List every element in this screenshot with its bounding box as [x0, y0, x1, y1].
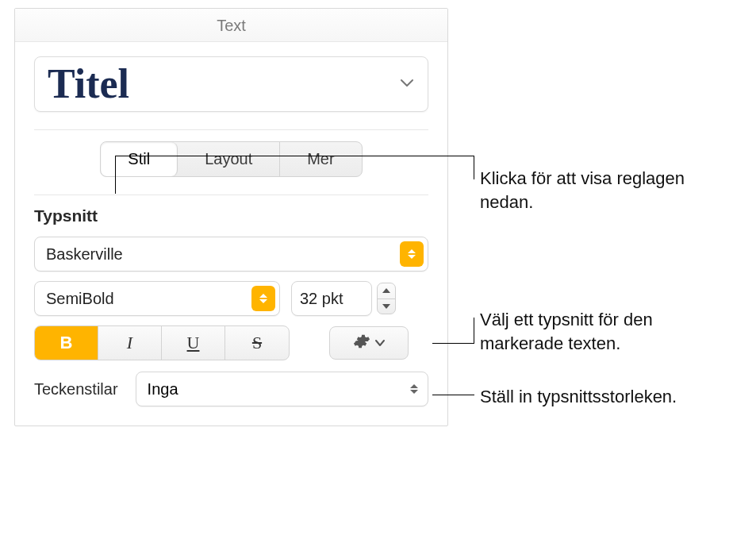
- paragraph-style-dropdown[interactable]: Titel: [34, 56, 428, 112]
- text-style-group: B I U S: [34, 325, 290, 360]
- divider: [34, 194, 428, 195]
- paragraph-style-name: Titel: [48, 64, 129, 105]
- callout-line: [115, 156, 116, 194]
- font-section-label: Typsnitt: [34, 206, 428, 225]
- tab-mer[interactable]: Mer: [280, 142, 361, 176]
- callout-line: [115, 156, 474, 156]
- popup-arrows-icon: [400, 241, 424, 267]
- character-styles-value: Inga: [148, 380, 178, 399]
- callout-font: Välj ett typsnitt för den markerade text…: [480, 308, 734, 355]
- italic-button[interactable]: I: [98, 326, 162, 360]
- panel-title: Text: [15, 9, 447, 42]
- callouts-layer: Klicka för att visa reglagen nedan. Välj…: [448, 0, 750, 543]
- gear-icon: [353, 333, 370, 353]
- panel-body: Titel Stil Layout Mer Typsnitt Baskervil…: [15, 42, 447, 426]
- tab-stil[interactable]: Stil: [101, 142, 178, 176]
- character-styles-popup[interactable]: Inga: [136, 372, 428, 406]
- font-size-step-up[interactable]: [378, 283, 395, 299]
- callout-line: [474, 156, 474, 179]
- advanced-options-button[interactable]: [329, 326, 409, 360]
- popup-arrows-icon: [251, 286, 275, 311]
- character-styles-label: Teckenstilar: [34, 380, 118, 399]
- divider: [34, 129, 428, 130]
- callout-size: Ställ in typsnittsstorleken.: [480, 385, 750, 409]
- font-family-popup[interactable]: Baskerville: [34, 237, 428, 272]
- text-tabs: Stil Layout Mer: [100, 141, 362, 177]
- bold-button[interactable]: B: [35, 326, 98, 360]
- chevron-down-icon: [375, 336, 385, 350]
- tab-layout[interactable]: Layout: [178, 142, 280, 176]
- font-size-stepper: [377, 283, 396, 314]
- font-size-field[interactable]: 32 pkt: [291, 281, 372, 316]
- popup-arrows-icon: [410, 384, 418, 394]
- font-family-value: Baskerville: [46, 245, 123, 264]
- font-size-step-down[interactable]: [378, 299, 395, 314]
- callout-tabs: Klicka för att visa reglagen nedan.: [480, 167, 718, 214]
- strikethrough-button[interactable]: S: [225, 326, 289, 360]
- underline-button[interactable]: U: [162, 326, 225, 360]
- font-size-group: 32 pkt: [291, 281, 396, 316]
- font-weight-value: SemiBold: [46, 290, 114, 308]
- format-text-panel: Text Titel Stil Layout Mer Typsnitt Bask…: [14, 8, 448, 426]
- callout-line: [474, 318, 474, 343]
- chevron-down-icon: [399, 77, 415, 91]
- callout-line: [432, 343, 474, 344]
- font-weight-popup[interactable]: SemiBold: [34, 281, 280, 316]
- font-size-value: 32 pkt: [300, 290, 343, 308]
- callout-line: [432, 395, 474, 395]
